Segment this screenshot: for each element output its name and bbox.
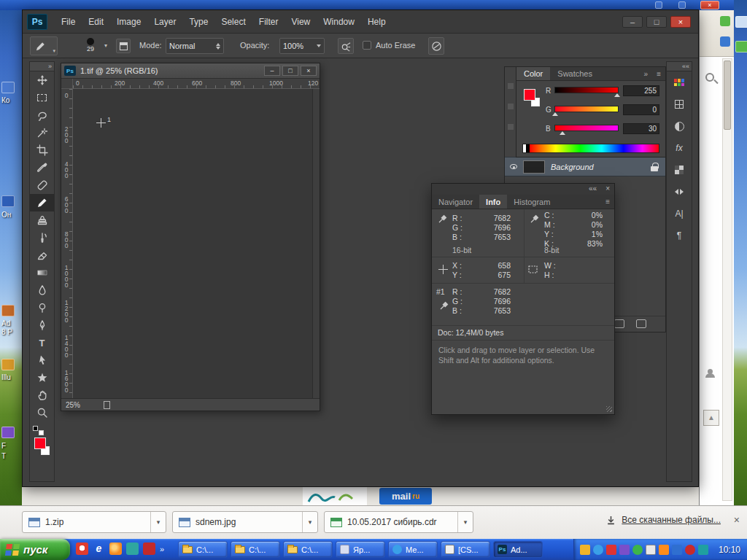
- tray-icon[interactable]: [580, 545, 590, 555]
- menu-view[interactable]: View: [285, 10, 317, 34]
- opacity-dropdown[interactable]: 100%: [279, 38, 325, 54]
- document-close-button[interactable]: ×: [301, 66, 317, 76]
- show-all-downloads-link[interactable]: Все скачанные файлы...: [606, 515, 721, 525]
- background-window-close-button[interactable]: ×: [700, 1, 719, 9]
- desktop-icon[interactable]: [1, 195, 15, 207]
- download-item[interactable]: 1.zip ▾: [22, 511, 166, 533]
- browser-toolbar-icon[interactable]: [720, 16, 730, 26]
- document-info-icon[interactable]: [104, 401, 110, 409]
- clone-stamp-tool[interactable]: [30, 211, 54, 229]
- paragraph-panel-button[interactable]: ¶: [667, 225, 692, 246]
- chevron-down-icon[interactable]: ▾: [151, 518, 166, 526]
- close-download-bar-button[interactable]: ×: [734, 514, 740, 526]
- trash-icon[interactable]: [636, 319, 646, 328]
- close-button[interactable]: ×: [670, 16, 691, 28]
- chevron-down-icon[interactable]: ▾: [104, 42, 107, 49]
- type-tool[interactable]: T: [30, 334, 54, 351]
- document-vertical-scrollbar[interactable]: [312, 89, 320, 398]
- panel-menu-icon[interactable]: ≡: [601, 195, 614, 209]
- tab-color[interactable]: Color: [516, 67, 550, 80]
- desktop-icon[interactable]: [1, 82, 15, 93]
- close-panel-icon[interactable]: ×: [605, 184, 610, 192]
- layer-visibility-icon[interactable]: [510, 164, 517, 169]
- layer-thumbnail[interactable]: [523, 160, 545, 174]
- styles-panel-button[interactable]: fx: [667, 137, 692, 159]
- collapse-panel-icon[interactable]: ««: [589, 184, 597, 192]
- zoom-level[interactable]: 25%: [66, 401, 80, 409]
- tab-swatches[interactable]: Swatches: [550, 67, 600, 80]
- tab-info[interactable]: Info: [479, 195, 507, 209]
- shape-tool[interactable]: [30, 369, 54, 386]
- chevron-down-icon[interactable]: ▾: [303, 518, 317, 526]
- scrollbar-thumb[interactable]: [724, 61, 731, 130]
- character-panel-button[interactable]: A|: [667, 203, 692, 225]
- tray-icon[interactable]: [685, 545, 695, 555]
- dodge-tool[interactable]: [30, 299, 54, 316]
- maximize-button[interactable]: □: [646, 16, 667, 28]
- taskbar-button[interactable]: Яр...: [336, 541, 385, 558]
- tab-navigator[interactable]: Navigator: [432, 195, 479, 209]
- chevron-down-icon[interactable]: ▾: [458, 518, 473, 526]
- browser-toolbar-icon[interactable]: [720, 36, 730, 47]
- quick-select-tool[interactable]: [30, 124, 54, 141]
- r-value[interactable]: 255: [623, 85, 659, 96]
- b-value[interactable]: 30: [623, 123, 659, 134]
- adjustments-panel-button[interactable]: [667, 115, 692, 137]
- pressure-size-button[interactable]: [428, 37, 444, 55]
- background-window-button[interactable]: [655, 1, 662, 9]
- tray-icon[interactable]: [632, 545, 643, 555]
- layer-row-background[interactable]: Background: [505, 157, 665, 176]
- b-slider-track[interactable]: [554, 125, 619, 131]
- gradient-tool[interactable]: [30, 264, 54, 281]
- marquee-tool[interactable]: [30, 89, 54, 106]
- menu-type[interactable]: Type: [182, 10, 214, 34]
- menu-image[interactable]: Image: [110, 10, 147, 34]
- g-value[interactable]: 0: [623, 104, 659, 115]
- b-slider-thumb[interactable]: [560, 131, 565, 135]
- blend-mode-dropdown[interactable]: Normal: [166, 38, 224, 54]
- taskbar-button[interactable]: [CS...: [441, 541, 490, 558]
- zoom-tool[interactable]: [30, 404, 54, 421]
- quick-launch-icon[interactable]: [109, 542, 122, 555]
- quick-launch-more-icon[interactable]: »: [160, 545, 164, 553]
- tray-icon[interactable]: [659, 545, 669, 555]
- scroll-to-top-button[interactable]: ▲: [703, 410, 719, 426]
- collapse-panel-icon[interactable]: »: [640, 67, 653, 80]
- taskbar-button[interactable]: C:\...: [231, 541, 280, 558]
- document-minimize-button[interactable]: –: [264, 66, 280, 76]
- toggle-brush-panel-button[interactable]: [116, 39, 131, 53]
- tray-icon[interactable]: [593, 545, 603, 555]
- lasso-tool[interactable]: [30, 106, 54, 124]
- quick-launch-icon[interactable]: [126, 542, 139, 555]
- tray-icon[interactable]: [619, 545, 630, 555]
- canvas[interactable]: 1: [73, 89, 312, 398]
- swatches-panel-button[interactable]: [667, 71, 692, 93]
- new-layer-icon[interactable]: [614, 319, 624, 328]
- r-slider-track[interactable]: [554, 87, 619, 93]
- quick-launch-icon[interactable]: [76, 542, 88, 555]
- crop-tool[interactable]: [30, 141, 54, 159]
- start-button[interactable]: пуск: [0, 539, 70, 560]
- pen-tool[interactable]: [30, 316, 54, 334]
- channels-panel-button[interactable]: [667, 93, 692, 115]
- default-colors-icon[interactable]: [33, 426, 38, 431]
- move-tool[interactable]: [30, 71, 54, 89]
- quick-launch-ie-icon[interactable]: e: [93, 542, 105, 555]
- document-maximize-button[interactable]: □: [282, 66, 298, 76]
- history-brush-tool[interactable]: [30, 229, 54, 246]
- tool-preset-picker[interactable]: ▾: [30, 36, 58, 55]
- taskbar-button[interactable]: Ме...: [388, 541, 438, 558]
- tray-icon[interactable]: [646, 545, 656, 555]
- blur-tool[interactable]: [30, 281, 54, 299]
- tray-icon[interactable]: [698, 545, 708, 555]
- cmyk-depth[interactable]: 8-bit: [544, 246, 559, 254]
- desktop-icon[interactable]: [1, 427, 15, 438]
- rgb-depth[interactable]: 16-bit: [452, 246, 471, 254]
- swap-colors-icon[interactable]: [39, 430, 44, 435]
- menu-help[interactable]: Help: [361, 10, 392, 34]
- desktop-icon[interactable]: [1, 305, 15, 316]
- airbrush-toggle-button[interactable]: [338, 38, 354, 54]
- foreground-color-swatch[interactable]: [524, 89, 535, 101]
- taskbar-button[interactable]: C:\...: [283, 541, 333, 558]
- menu-filter[interactable]: Filter: [252, 10, 285, 34]
